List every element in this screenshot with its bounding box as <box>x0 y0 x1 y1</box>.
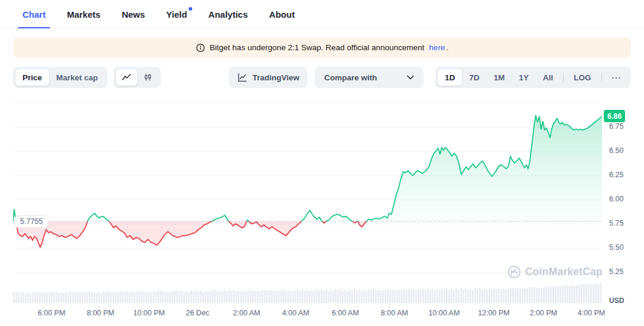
range-all[interactable]: All <box>536 69 560 86</box>
y-tick-5.75: 5.75 <box>609 219 623 227</box>
info-icon <box>196 43 205 53</box>
metric-option-market-cap[interactable]: Market cap <box>49 69 105 86</box>
tab-about[interactable]: About <box>264 0 299 28</box>
tab-label: Chart <box>22 9 46 19</box>
tab-label: Yield <box>166 9 187 19</box>
compare-with-label: Compare with <box>324 73 377 82</box>
tab-yield[interactable]: Yield <box>161 0 192 28</box>
coinmarketcap-watermark: CoinMarketCap <box>507 265 603 279</box>
x-tick-2-00-am: 2:00 AM <box>233 309 260 317</box>
x-tick-26-dec: 26 Dec <box>186 309 209 317</box>
tab-analytics[interactable]: Analytics <box>203 0 253 28</box>
x-tick-8-00-pm: 8:00 PM <box>87 309 115 317</box>
tab-bar: ChartMarketsNewsYieldAnalyticsAbout <box>0 0 644 29</box>
x-tick-6-00-pm: 6:00 PM <box>38 309 66 317</box>
line-chart-type-button[interactable] <box>116 69 137 86</box>
x-tick-4-00-am: 4:00 AM <box>282 309 309 317</box>
tradingview-button[interactable]: TradingView <box>229 67 308 88</box>
range-1d[interactable]: 1D <box>438 69 462 86</box>
price-chart-area: 5.7755 CoinMarketCap 6.86 USD 6.756.506.… <box>13 102 644 304</box>
currency-unit-label: USD <box>609 296 624 305</box>
tab-label: News <box>122 9 145 19</box>
y-axis: 6.86 USD 6.756.506.256.005.755.505.25 <box>602 102 631 304</box>
chevron-down-icon <box>407 75 414 80</box>
candlestick-chart-icon <box>143 73 153 82</box>
range-1m[interactable]: 1M <box>487 69 512 86</box>
y-tick-6.25: 6.25 <box>609 171 623 179</box>
tab-label: Analytics <box>208 9 248 19</box>
x-tick-8-00-am: 8:00 AM <box>381 309 408 317</box>
announcement-link[interactable]: here <box>429 43 445 52</box>
x-tick-2-00-pm: 2:00 PM <box>530 309 558 317</box>
announcement-banner: Bitget has undergone 2:1 Swap. Read offi… <box>13 37 631 58</box>
divider <box>601 73 602 82</box>
metric-toggle: PriceMarket cap <box>13 67 108 88</box>
banner-text-period: . <box>446 43 449 52</box>
tab-markets[interactable]: Markets <box>62 0 105 28</box>
y-tick-5.25: 5.25 <box>609 268 623 276</box>
x-tick-12-00-pm: 12:00 PM <box>478 309 510 317</box>
y-tick-6.75: 6.75 <box>609 122 623 131</box>
tab-chart[interactable]: Chart <box>18 0 50 28</box>
current-price-badge: 6.86 <box>604 110 625 122</box>
compare-with-dropdown[interactable]: Compare with <box>315 67 423 88</box>
metric-option-price[interactable]: Price <box>15 69 49 86</box>
x-tick-4-00-pm: 4:00 PM <box>578 309 606 317</box>
x-axis: 6:00 PM8:00 PM10:00 PM26 Dec2:00 AM4:00 … <box>13 304 602 321</box>
banner-text: Bitget has undergone 2:1 Swap. Read offi… <box>210 43 425 52</box>
log-scale-button[interactable]: LOG <box>567 69 598 86</box>
open-price-label: 5.7755 <box>14 215 48 228</box>
chart-type-toggle <box>114 67 161 88</box>
line-chart-icon <box>122 73 131 82</box>
price-chart-plot[interactable]: 5.7755 CoinMarketCap <box>13 102 602 304</box>
candlestick-chart-type-button[interactable] <box>137 69 158 86</box>
y-tick-6.00: 6.00 <box>609 195 623 203</box>
coinmarketcap-logo-icon <box>507 265 521 279</box>
more-options-button[interactable]: ··· <box>605 69 629 86</box>
x-tick-10-00-pm: 10:00 PM <box>133 309 165 317</box>
tab-news[interactable]: News <box>117 0 150 28</box>
tradingview-icon <box>237 72 248 83</box>
tab-label: About <box>269 9 295 19</box>
y-tick-6.50: 6.50 <box>609 146 623 155</box>
x-tick-6-00-am: 6:00 AM <box>332 309 359 317</box>
chart-controls: PriceMarket cap TradingView Compare with <box>13 67 631 88</box>
range-1y[interactable]: 1Y <box>512 69 536 86</box>
range-7d[interactable]: 7D <box>462 69 486 86</box>
range-selector: 1D7D1M1YAllLOG··· <box>435 67 631 88</box>
x-tick-10-00-am: 10:00 AM <box>429 309 460 317</box>
tradingview-label: TradingView <box>253 73 299 82</box>
y-tick-5.50: 5.50 <box>609 243 623 252</box>
watermark-text: CoinMarketCap <box>525 266 603 278</box>
tab-label: Markets <box>67 9 101 19</box>
divider <box>563 73 564 82</box>
notification-dot <box>189 7 192 11</box>
